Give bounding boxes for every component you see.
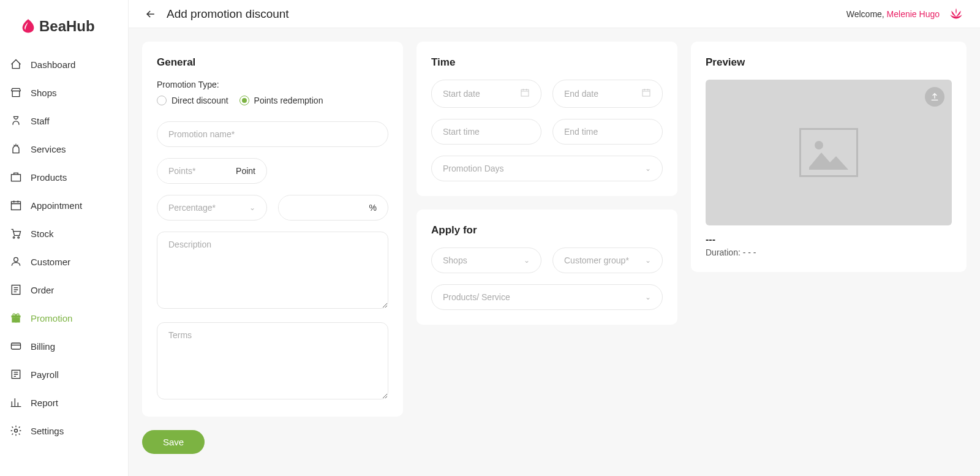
sidebar-item-billing[interactable]: Billing [0, 332, 128, 360]
percentage-select[interactable]: Percentage* ⌄ [157, 195, 267, 221]
upload-icon [930, 92, 940, 102]
topbar: Add promotion discount Welcome, Melenie … [129, 0, 980, 28]
points-input[interactable] [157, 159, 236, 183]
svg-point-14 [815, 141, 823, 149]
percent-suffix: % [369, 203, 377, 213]
back-button[interactable] [143, 7, 158, 21]
payroll-icon [10, 368, 22, 380]
save-button[interactable]: Save [142, 430, 205, 454]
nav-label: Services [31, 144, 66, 154]
nav-label: Products [31, 172, 67, 183]
sidebar-nav: Dashboard Shops Staff Services Products … [0, 50, 128, 476]
sidebar-item-customer[interactable]: Customer [0, 247, 128, 276]
stock-icon [10, 227, 22, 240]
sidebar-item-dashboard[interactable]: Dashboard [0, 50, 128, 78]
description-textarea[interactable] [157, 232, 388, 309]
points-suffix: Point [236, 166, 255, 176]
promotion-name-input[interactable] [157, 121, 388, 147]
points-input-group: Point [157, 158, 267, 184]
svg-rect-9 [12, 343, 21, 349]
customer-icon [10, 255, 22, 268]
select-placeholder: Products/ Service [443, 292, 510, 302]
customer-group-select[interactable]: Customer group*⌄ [552, 247, 663, 273]
page-title: Add promotion discount [167, 7, 289, 21]
sidebar-item-appointment[interactable]: Appointment [0, 191, 128, 219]
select-placeholder: Customer group* [564, 255, 629, 265]
svg-rect-12 [521, 89, 529, 96]
nav-label: Dashboard [31, 59, 75, 70]
duration-label: Duration: [706, 247, 743, 257]
nav-label: Billing [31, 341, 55, 352]
chevron-down-icon: ⌄ [645, 164, 651, 173]
welcome-text: Welcome, Melenie Hugo [846, 9, 940, 19]
time-card: Time Start date End date Promotion Days … [417, 42, 677, 196]
percent-value-input[interactable] [279, 195, 369, 220]
promotion-icon [10, 312, 22, 324]
preview-title: --- [706, 234, 952, 245]
sidebar-item-services[interactable]: Services [0, 135, 128, 163]
radio-label: Points redemption [254, 96, 323, 105]
nav-label: Customer [31, 257, 70, 267]
logo-leaf-icon [20, 17, 37, 36]
nav-label: Settings [31, 426, 64, 436]
svg-rect-13 [643, 89, 650, 96]
radio-dot-icon [157, 96, 167, 105]
upload-image-button[interactable] [925, 87, 944, 107]
svg-rect-1 [12, 202, 21, 210]
preview-image [706, 80, 952, 225]
end-date-input[interactable]: End date [552, 80, 663, 108]
chevron-down-icon: ⌄ [249, 203, 255, 212]
sidebar-item-stock[interactable]: Stock [0, 219, 128, 247]
promotion-days-select[interactable]: Promotion Days ⌄ [431, 156, 663, 181]
report-icon [10, 396, 22, 409]
sidebar-item-payroll[interactable]: Payroll [0, 360, 128, 388]
select-placeholder: Promotion Days [443, 164, 504, 173]
calendar-icon [641, 88, 651, 100]
sidebar-item-order[interactable]: Order [0, 276, 128, 304]
svg-point-4 [14, 257, 18, 262]
brand-name: BeaHub [39, 18, 95, 35]
nav-label: Shops [31, 88, 57, 98]
sidebar-item-shops[interactable]: Shops [0, 78, 128, 107]
terms-textarea[interactable] [157, 322, 388, 399]
start-time-input[interactable] [431, 119, 541, 145]
sidebar-item-products[interactable]: Products [0, 163, 128, 191]
appointment-icon [10, 199, 22, 211]
order-icon [10, 284, 22, 296]
shops-select[interactable]: Shops⌄ [431, 247, 541, 273]
shop-icon [10, 86, 22, 99]
welcome-prefix: Welcome, [846, 9, 887, 19]
start-date-input[interactable]: Start date [431, 80, 541, 108]
nav-label: Order [31, 285, 54, 295]
calendar-icon [520, 88, 530, 100]
radio-direct-discount[interactable]: Direct discount [157, 96, 228, 105]
nav-label: Stock [31, 229, 54, 239]
radio-points-redemption[interactable]: Points redemption [239, 96, 323, 105]
sidebar-item-staff[interactable]: Staff [0, 107, 128, 135]
preview-card: Preview --- Duration: - - - [691, 42, 967, 272]
apply-heading: Apply for [431, 224, 663, 236]
svg-point-3 [18, 236, 20, 238]
nav-label: Promotion [31, 313, 72, 323]
input-placeholder: End date [564, 89, 598, 99]
svg-rect-0 [12, 175, 21, 181]
select-placeholder: Percentage* [168, 203, 216, 213]
avatar[interactable] [947, 5, 965, 23]
chevron-down-icon: ⌄ [645, 293, 651, 301]
dashboard-icon [10, 58, 22, 70]
billing-icon [10, 340, 22, 352]
sidebar-item-report[interactable]: Report [0, 388, 128, 417]
sidebar: BeaHub Dashboard Shops Staff Services Pr… [0, 0, 129, 476]
products-service-select[interactable]: Products/ Service⌄ [431, 284, 663, 310]
radio-dot-icon [239, 96, 249, 105]
chevron-down-icon: ⌄ [524, 256, 530, 265]
sidebar-item-settings[interactable]: Settings [0, 417, 128, 445]
chevron-down-icon: ⌄ [645, 256, 651, 265]
sidebar-item-promotion[interactable]: Promotion [0, 304, 128, 332]
username[interactable]: Melenie Hugo [887, 9, 940, 19]
end-time-input[interactable] [552, 119, 663, 145]
nav-label: Report [31, 398, 58, 408]
svg-point-2 [13, 236, 15, 238]
time-heading: Time [431, 56, 663, 69]
image-placeholder-icon [799, 128, 858, 177]
